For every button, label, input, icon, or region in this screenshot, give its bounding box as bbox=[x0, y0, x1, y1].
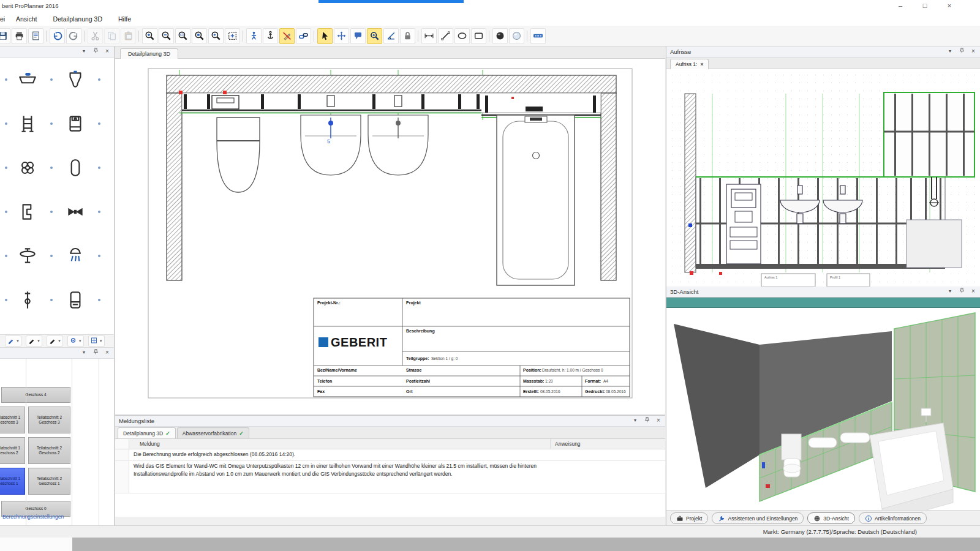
draw-line-button[interactable] bbox=[438, 28, 453, 44]
panel-pin-icon[interactable] bbox=[92, 48, 99, 55]
walk-mode-button[interactable] bbox=[246, 28, 262, 44]
message-tab-detailplanung-3d[interactable]: Detailplanung 3D✓ bbox=[118, 427, 176, 438]
tab-assistenten-und-einstellungen[interactable]: Assistenten und Einstellungen bbox=[712, 512, 804, 524]
move-button[interactable] bbox=[334, 28, 349, 44]
washbasin-3d-1 bbox=[809, 438, 837, 448]
draw-ellipse-button[interactable] bbox=[454, 28, 470, 44]
valve-item[interactable] bbox=[16, 244, 39, 268]
style-tool-button[interactable]: ▼ bbox=[5, 335, 21, 347]
urinal-item[interactable] bbox=[64, 68, 87, 91]
column-anweisung[interactable]: Anweisung bbox=[555, 441, 581, 447]
draw-rectangle-button[interactable] bbox=[471, 28, 486, 44]
column-meldung[interactable]: Meldung bbox=[140, 441, 160, 447]
toolbar-separator bbox=[241, 29, 246, 43]
panel-close-button[interactable]: × bbox=[970, 288, 977, 295]
zoom-previous-button[interactable] bbox=[208, 28, 224, 44]
panel-menu-button[interactable]: ▾ bbox=[80, 349, 88, 356]
tab-aufriss-1[interactable]: Aufriss 1: × bbox=[670, 59, 709, 69]
structure-node[interactable]: Teilabschnitt 1Geschoss 3 bbox=[0, 407, 25, 433]
panel-close-button[interactable]: × bbox=[655, 417, 662, 424]
structure-node[interactable]: Teilabschnitt 2Geschoss 3 bbox=[28, 407, 70, 433]
zoom-out-button[interactable] bbox=[159, 28, 174, 44]
structure-node[interactable]: Teilabschnitt 2Geschoss 2 bbox=[28, 437, 70, 464]
floor-plan-canvas[interactable]: 5 Projekt-Nr.: Projekt Beschreibung Teil… bbox=[115, 59, 665, 414]
zoom-extents-button[interactable] bbox=[192, 28, 207, 44]
stand-valve-item[interactable] bbox=[16, 288, 39, 312]
structure-node-top[interactable]: Geschoss 4 bbox=[1, 387, 70, 403]
calculation-settings-link[interactable]: Berechnungseinstellungen bbox=[2, 514, 64, 520]
shower-tray-item[interactable] bbox=[16, 200, 39, 223]
container-item[interactable] bbox=[64, 288, 87, 312]
appliance-item[interactable] bbox=[64, 112, 87, 135]
pipe-fitting-item[interactable] bbox=[64, 200, 87, 223]
lock-button[interactable] bbox=[400, 28, 415, 44]
menu-hilfe[interactable]: Hilfe bbox=[110, 15, 139, 23]
structure-node[interactable]: Teilabschnitt 1Geschoss 2 bbox=[0, 437, 25, 464]
zoom-in-button[interactable] bbox=[142, 28, 157, 44]
report-button[interactable] bbox=[28, 28, 43, 44]
shower-head-item[interactable] bbox=[64, 244, 87, 268]
draw-tool-button[interactable]: ▼ bbox=[26, 335, 42, 347]
tab-artikelinformationen[interactable]: Artikelinformationen bbox=[859, 512, 927, 524]
redo-button[interactable] bbox=[66, 28, 81, 44]
toggle-drawing-aids-button[interactable] bbox=[279, 28, 295, 44]
panel-pin-icon[interactable] bbox=[643, 417, 650, 424]
undo-button[interactable] bbox=[50, 28, 65, 44]
maximize-button[interactable]: □ bbox=[914, 0, 936, 12]
menu-clipped[interactable]: ei bbox=[0, 15, 8, 23]
settings-tool-button[interactable]: ▼ bbox=[67, 335, 84, 347]
message-row[interactable]: Wird das GIS Element für Wand-WC mit Ome… bbox=[115, 461, 665, 493]
panel-menu-button[interactable]: ▾ bbox=[946, 48, 954, 55]
structure-node[interactable]: Teilabschnitt 2Geschoss 1 bbox=[28, 468, 70, 495]
render-transparent-button[interactable] bbox=[509, 28, 524, 44]
search-settings-button[interactable] bbox=[367, 28, 382, 44]
view3d-viewport[interactable] bbox=[666, 308, 980, 510]
panel-menu-button[interactable]: ▾ bbox=[946, 288, 954, 295]
panel-pin-icon[interactable] bbox=[958, 288, 965, 295]
panel-menu-button[interactable]: ▾ bbox=[80, 48, 88, 55]
aufriss-tab-close-icon[interactable]: × bbox=[700, 60, 703, 69]
menu-detailplanung-3d[interactable]: Detailplanung 3D bbox=[45, 15, 110, 23]
print-button[interactable] bbox=[12, 28, 27, 44]
panel-close-button[interactable]: × bbox=[104, 349, 111, 356]
elevation-canvas[interactable]: Aufriss 1 Profil 1 bbox=[666, 69, 980, 287]
layout-tool-button[interactable]: ▼ bbox=[88, 335, 105, 347]
ventilator-item[interactable] bbox=[16, 156, 39, 179]
mounting-frame-item[interactable] bbox=[16, 112, 39, 135]
panel-close-button[interactable]: × bbox=[104, 48, 111, 55]
svg-text:5: 5 bbox=[327, 138, 330, 144]
comment-button[interactable] bbox=[350, 28, 366, 44]
save-button[interactable] bbox=[0, 28, 10, 44]
panel-pin-icon[interactable] bbox=[92, 349, 99, 356]
panel-close-button[interactable]: × bbox=[970, 48, 977, 55]
reference-point-button[interactable] bbox=[263, 28, 278, 44]
close-button[interactable]: × bbox=[938, 0, 960, 12]
select-button[interactable] bbox=[317, 28, 333, 44]
menu-ansicht[interactable]: Ansicht bbox=[8, 15, 45, 23]
panel-pin-icon[interactable] bbox=[958, 48, 965, 55]
message-tab-abwasservorfabrikation[interactable]: Abwasservorfabrikation✓ bbox=[177, 427, 249, 438]
panel-menu-button[interactable]: ▾ bbox=[631, 417, 639, 424]
stand-valve-icon bbox=[17, 289, 39, 311]
minimize-button[interactable]: – bbox=[889, 0, 911, 12]
wc-symbol[interactable] bbox=[217, 118, 260, 192]
connect-elements-button[interactable] bbox=[296, 28, 311, 44]
tab-3d-ansicht[interactable]: 3D-Ansicht bbox=[807, 512, 855, 524]
render-solid-button[interactable] bbox=[492, 28, 508, 44]
view3d-toolbar[interactable] bbox=[666, 298, 980, 308]
titleblock-gedruckt-value: 08.05.2016 bbox=[606, 389, 626, 394]
measure-angle-button[interactable] bbox=[383, 28, 399, 44]
sink-trough-item[interactable] bbox=[16, 68, 39, 91]
bathtub-item-item[interactable] bbox=[64, 156, 87, 179]
zoom-fit-button[interactable] bbox=[225, 28, 240, 44]
bathtub-symbol[interactable] bbox=[497, 115, 575, 285]
tab-projekt[interactable]: Projekt bbox=[670, 512, 708, 524]
presentation-button[interactable] bbox=[530, 28, 546, 44]
zoom-window-button[interactable] bbox=[175, 28, 190, 44]
tab-detailplanung-3d[interactable]: Detailplanung 3D bbox=[120, 48, 178, 59]
taskbar-left-segment bbox=[0, 538, 72, 551]
annotate-tool-button[interactable]: ▼ bbox=[47, 335, 63, 347]
dimension-button[interactable] bbox=[421, 28, 437, 44]
structure-node[interactable]: Teilabschnitt 1Geschoss 1 bbox=[0, 468, 25, 495]
message-row[interactable]: Die Berechnung wurde erfolgreich abgesch… bbox=[115, 449, 665, 461]
